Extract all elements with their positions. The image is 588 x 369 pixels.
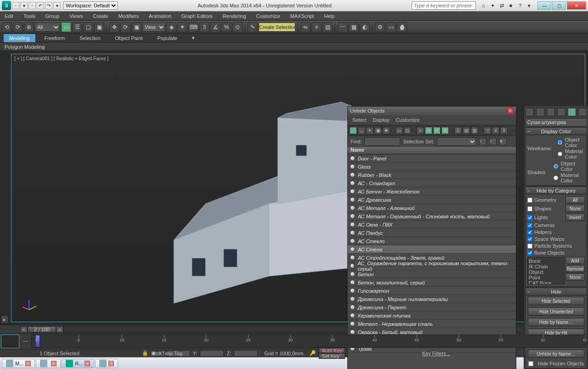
- window-maximize-button[interactable]: ▢: [552, 1, 566, 10]
- display-invert-icon[interactable]: ⊠: [441, 127, 449, 134]
- hide-unselectedbutton[interactable]: Hide Unselected: [528, 307, 584, 316]
- display-all-icon[interactable]: ⊞: [425, 127, 432, 134]
- find-input[interactable]: [364, 137, 400, 146]
- coord-y-input[interactable]: [200, 350, 224, 357]
- link-icon[interactable]: ⟲: [2, 22, 12, 32]
- dialog-menu-customize[interactable]: Customize: [396, 117, 420, 123]
- ref-coord-select[interactable]: View: [142, 23, 165, 32]
- hide-cat-cameras[interactable]: [527, 223, 532, 228]
- hide-cat-particle-systems[interactable]: [527, 244, 532, 249]
- key-icon[interactable]: 🔑: [310, 350, 316, 356]
- hierarchy-panel-icon[interactable]: [547, 108, 555, 116]
- app-logo[interactable]: 3: [2, 1, 11, 10]
- ribbon-dropdown-icon[interactable]: ▾: [187, 34, 200, 42]
- object-row[interactable]: Door - Panel: [348, 154, 516, 163]
- object-row[interactable]: Древесина - Паркет: [348, 303, 516, 312]
- create-panel-icon[interactable]: [526, 108, 534, 116]
- selected-object-name[interactable]: Сухая штукатурка: [525, 118, 587, 126]
- object-row[interactable]: АС Древесина: [348, 196, 516, 204]
- manipulate-icon[interactable]: ✦: [177, 22, 187, 32]
- snap-toggle-icon[interactable]: 3: [199, 22, 209, 32]
- all-button[interactable]: All: [565, 196, 585, 204]
- taskbar-close-icon[interactable]: ×: [85, 361, 90, 366]
- render-setup-icon[interactable]: ⚙: [375, 22, 385, 32]
- qat-more[interactable]: ▾: [53, 2, 61, 9]
- wireframe-object-color-radio[interactable]: [558, 140, 562, 145]
- create-selection-input[interactable]: [259, 23, 295, 32]
- hide-cat-helpers[interactable]: [527, 230, 532, 235]
- list-view3-icon[interactable]: ▥: [471, 127, 478, 134]
- menu-create[interactable]: Create: [91, 12, 110, 20]
- ribbon-tab-populate[interactable]: Populate: [152, 34, 182, 42]
- shaded-object-color-radio[interactable]: [554, 164, 558, 169]
- object-row[interactable]: АС_Ограждение парапета, с порошковым пок…: [348, 262, 516, 270]
- timeline-expand-button[interactable]: ▸: [1, 315, 8, 324]
- taskbar-item[interactable]: R...×: [62, 359, 94, 368]
- ribbon-tab-objectpaint[interactable]: Object Paint: [110, 34, 148, 42]
- window-minimize-button[interactable]: —: [537, 1, 551, 10]
- viewport-thumbnail[interactable]: [1, 335, 19, 348]
- display-lights-icon[interactable]: ✦: [366, 127, 373, 134]
- display-xrefs-icon[interactable]: ⊡: [404, 127, 411, 134]
- menu-group[interactable]: Group: [44, 12, 62, 20]
- wireframe-material-color-radio[interactable]: [558, 152, 562, 156]
- menu-help[interactable]: Help: [322, 12, 337, 20]
- hide-frozen-checkbox[interactable]: [528, 361, 533, 366]
- mirror-icon[interactable]: ⇋: [300, 22, 311, 32]
- help-icon[interactable]: ?: [516, 2, 524, 9]
- ribbon-tab-modeling[interactable]: Modeling: [4, 34, 35, 42]
- next-frame-button[interactable]: >: [56, 326, 63, 333]
- display-geometry-icon[interactable]: ○: [350, 127, 357, 134]
- hide-selectedbutton[interactable]: Hide Selected: [528, 297, 584, 305]
- object-row[interactable]: АС Окна - ПВХ: [348, 221, 516, 229]
- rotate-icon[interactable]: ⟳: [120, 22, 130, 32]
- menu-views[interactable]: Views: [68, 12, 85, 20]
- menu-grapheditors[interactable]: Graph Editors: [180, 12, 215, 20]
- hide-cat-space-warps[interactable]: [527, 237, 532, 242]
- bone-add-button[interactable]: Add: [565, 257, 585, 264]
- object-row[interactable]: АС Металл - Окрашенный - Слоновая кость,…: [348, 212, 516, 221]
- object-row[interactable]: Древесина - Мерные пиломатериалы: [348, 295, 516, 303]
- menu-maxscript[interactable]: MAXScript: [288, 12, 316, 20]
- mini-curve-editor-icon[interactable]: 〰: [20, 334, 30, 349]
- hide-cat-lights[interactable]: [527, 215, 532, 220]
- ribbon-tab-selection[interactable]: Selection: [74, 34, 106, 42]
- display-helpers-icon[interactable]: ✚: [383, 127, 390, 134]
- schematic-icon[interactable]: ▦: [349, 22, 359, 32]
- lock-icon[interactable]: 🔒: [142, 350, 148, 356]
- bone-none-button[interactable]: None: [565, 273, 585, 281]
- render-icon[interactable]: 🍵: [397, 22, 407, 32]
- object-row[interactable]: АС Пандус: [348, 229, 516, 237]
- object-row[interactable]: Бетон, монолитный, серый: [348, 278, 516, 287]
- taskbar-close-icon[interactable]: ×: [108, 361, 114, 366]
- material-editor-icon[interactable]: ◐: [360, 22, 370, 32]
- exchange-icon[interactable]: ⇄: [498, 2, 505, 9]
- select-deps-icon[interactable]: ⊼: [500, 127, 508, 134]
- object-row[interactable]: Rubber - Black: [348, 171, 516, 179]
- named-sel-edit-icon[interactable]: ✎: [248, 22, 258, 32]
- selset-save-icon[interactable]: ▫: [479, 138, 486, 145]
- hide-cat-geometry[interactable]: [527, 198, 532, 203]
- curve-editor-icon[interactable]: 〰: [338, 22, 348, 32]
- object-row[interactable]: АС Стена: [348, 245, 516, 254]
- display-panel-icon[interactable]: [568, 108, 576, 116]
- shaded-material-color-radio[interactable]: [554, 176, 558, 180]
- unlink-icon[interactable]: ⟳: [13, 22, 23, 32]
- menu-animation[interactable]: Animation: [147, 12, 173, 20]
- angle-snap-icon[interactable]: ∡: [210, 22, 220, 32]
- align-icon[interactable]: ≡: [311, 22, 322, 32]
- rollout-toggle-icon[interactable]: −: [527, 188, 530, 193]
- rollout-toggle-icon[interactable]: −: [527, 289, 530, 295]
- object-row[interactable]: Керамическая плитка: [348, 312, 516, 320]
- layers-icon[interactable]: ▤: [322, 22, 333, 32]
- object-row[interactable]: АС Металл - Алюминий: [348, 204, 516, 212]
- display-cameras-icon[interactable]: ▣: [374, 127, 382, 134]
- rect-region-icon[interactable]: ▢: [83, 22, 93, 32]
- hide-cat-bone-objects[interactable]: [527, 250, 532, 255]
- autokey-button[interactable]: Auto Key: [319, 348, 345, 353]
- bone-list[interactable]: BoneIK Chain ObjectPointCAT Bone: [527, 257, 565, 284]
- dialog-menu-select[interactable]: Select: [352, 117, 367, 123]
- object-row[interactable]: АС Стекло: [348, 237, 516, 245]
- selection-set-select[interactable]: [437, 137, 476, 146]
- ribbon-subtab[interactable]: Polygon Modeling: [0, 43, 588, 51]
